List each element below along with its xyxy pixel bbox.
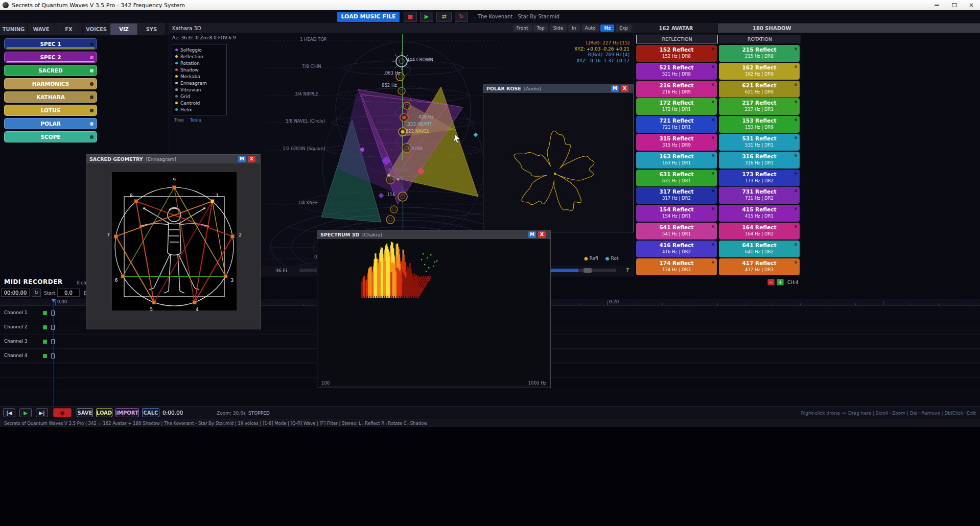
loop-icon-button[interactable]: ↻ [455, 12, 468, 22]
channel-label: Channel 4 [4, 353, 28, 358]
view-button-side[interactable]: Side [550, 25, 567, 32]
view-button-top[interactable]: Top [533, 25, 548, 32]
legend-item-vitruvian[interactable]: Vitruvian [175, 86, 223, 93]
spectrum-3d-titlebar[interactable]: SPECTRUM 3D [Chakra] [317, 230, 550, 239]
freq-button-217[interactable]: 217 Reflect217 Hz | DR1 [719, 98, 800, 115]
freq-button-416[interactable]: 416 Reflect416 Hz | DR2 [636, 241, 717, 257]
tab-viz[interactable]: VIZ [110, 23, 138, 35]
app-icon [3, 2, 9, 8]
record-arm-indicator[interactable] [43, 311, 47, 315]
record-arm-indicator[interactable] [43, 325, 47, 329]
freq-button-641[interactable]: 641 Reflect641 Hz | DR2 [719, 241, 800, 257]
minimize-window-button[interactable]: M [238, 156, 246, 162]
freq-button-215[interactable]: 215 Reflect215 Hz | DR8 [719, 45, 800, 62]
freq-detail: 153 Hz | DR9 [719, 124, 800, 130]
minimize-button[interactable] [928, 0, 945, 10]
sidebar-button-kathara[interactable]: KATHARA [4, 91, 97, 103]
sidebar-button-label: SPEC 1 [40, 41, 61, 47]
record-arm-indicator[interactable] [43, 340, 47, 344]
stop-button[interactable]: ■ [404, 12, 417, 22]
sacred-geometry-titlebar[interactable]: SACRED GEOMETRY [Enneagram] [86, 155, 260, 163]
close-window-button[interactable]: X [621, 85, 628, 92]
sidebar-button-spec-2[interactable]: SPEC 2 [4, 52, 97, 63]
sidebar-button-spec-1[interactable]: SPEC 1 [4, 38, 97, 50]
load-button[interactable]: LOAD [96, 408, 112, 417]
link-tree[interactable]: Tree [174, 117, 184, 123]
freq-button-152[interactable]: 152 Reflect152 Hz | DR8 [636, 45, 717, 62]
tab-tuning[interactable]: TUNING [0, 23, 28, 35]
maximize-button[interactable] [945, 0, 963, 10]
view-button-in[interactable]: In [568, 25, 579, 32]
freq-button-317[interactable]: 317 Reflect317 Hz | DR2 [636, 187, 717, 204]
freq-button-163[interactable]: 163 Reflect163 Hz | DR1 [636, 152, 717, 169]
freq-label: 174 Reflect [636, 259, 717, 267]
sidebar-button-harmonics[interactable]: HARMONICS [4, 78, 97, 89]
record-button[interactable]: ● [53, 408, 72, 417]
import-button[interactable]: IMPORT [115, 408, 139, 417]
load-music-file-button[interactable]: LOAD MUSIC FILE [337, 12, 400, 22]
freq-button-315[interactable]: 315 Reflect315 Hz | DR9 [636, 134, 717, 151]
freq-button-172[interactable]: 172 Reflect172 Hz | DR1 [636, 98, 717, 115]
freq-button-154[interactable]: 154 Reflect154 Hz | DR1 [636, 205, 717, 222]
save-button[interactable]: SAVE [77, 408, 93, 417]
legend-item-solfeggio[interactable]: Solfeggio [175, 46, 223, 53]
sidebar-button-sacred[interactable]: SACRED [4, 65, 97, 76]
tab-wave[interactable]: WAVE [28, 23, 55, 35]
freq-label: 215 Reflect [719, 46, 800, 53]
legend-item-grid[interactable]: Grid [175, 93, 223, 100]
freq-button-541[interactable]: 541 Reflect541 Hz | DR1 [636, 223, 717, 240]
legend-item-helix[interactable]: Helix [175, 106, 223, 113]
view-button-exp[interactable]: Exp [616, 25, 632, 32]
legend-item-reflection[interactable]: Reflection [175, 53, 223, 60]
freq-button-621[interactable]: 621 Reflect621 Hz | DR9 [719, 81, 800, 98]
tab-voices[interactable]: VOICES [83, 23, 110, 35]
close-window-button[interactable]: X [248, 156, 255, 162]
freq-label: 415 Reflect [719, 206, 800, 213]
freq-button-153[interactable]: 153 Reflect153 Hz | DR9 [719, 116, 800, 133]
view-button-front[interactable]: Front [513, 25, 532, 32]
minimize-window-button[interactable]: M [528, 231, 536, 238]
legend-item-merkaba[interactable]: Merkaba [175, 73, 223, 80]
calc-button[interactable]: CALC [142, 408, 159, 417]
view-button-hz[interactable]: Hz [600, 25, 614, 32]
tab-fx[interactable]: FX [55, 23, 83, 35]
minimize-window-button[interactable]: M [611, 85, 619, 92]
playhead-handle[interactable] [51, 299, 56, 302]
minimize-icon [935, 5, 939, 6]
legend-item-centroid[interactable]: Centroid [175, 100, 223, 106]
freq-button-162[interactable]: 162 Reflect162 Hz | DR9 [719, 63, 800, 80]
skip-forward-button[interactable]: ▶| [36, 408, 48, 417]
transport-play-button[interactable]: ▶ [19, 408, 32, 417]
close-window-button[interactable]: X [538, 231, 546, 238]
sidebar-button-polar[interactable]: POLAR [4, 118, 97, 129]
tab-sys[interactable]: SYS [138, 23, 166, 35]
freq-button-731[interactable]: 731 Reflect731 Hz | DR2 [719, 187, 800, 204]
legend-item-rotation[interactable]: Rotation [175, 60, 223, 66]
close-button[interactable]: × [963, 0, 980, 10]
freq-button-316[interactable]: 316 Reflect316 Hz | DR1 [719, 152, 800, 169]
freq-button-164[interactable]: 164 Reflect164 Hz | DR2 [719, 223, 800, 240]
freq-label: 172 Reflect [636, 99, 717, 106]
skip-back-button[interactable]: |◀ [3, 408, 15, 417]
freq-dot [712, 172, 714, 175]
freq-button-721[interactable]: 721 Reflect721 Hz | DR1 [636, 116, 717, 133]
legend-item-enneagram[interactable]: Enneagram [175, 80, 223, 86]
freq-button-531[interactable]: 531 Reflect531 Hz | DR1 [719, 134, 800, 151]
freq-button-174[interactable]: 174 Reflect174 Hz | DR3 [636, 258, 717, 275]
sidebar-button-scope[interactable]: SCOPE [4, 131, 97, 142]
freq-button-173[interactable]: 173 Reflect173 Hz | DR2 [719, 170, 800, 186]
legend-item-shadow[interactable]: Shadow [175, 66, 223, 73]
scrollbar-handle[interactable] [584, 268, 592, 273]
play-button[interactable]: ▶ [420, 12, 433, 22]
view-button-auto[interactable]: Auto [581, 25, 599, 32]
record-arm-indicator[interactable] [43, 354, 47, 358]
freq-button-521[interactable]: 521 Reflect521 Hz | DR8 [636, 63, 717, 80]
link-tesla[interactable]: Tesla [190, 117, 201, 123]
freq-button-417[interactable]: 417 Reflect417 Hz | DR3 [719, 258, 800, 275]
freq-button-216[interactable]: 216 Reflect216 Hz | DR9 [636, 81, 717, 98]
freq-button-631[interactable]: 631 Reflect631 Hz | DR1 [636, 170, 717, 186]
playhead-line [54, 299, 54, 407]
shuffle-icon-button[interactable]: ⇄ [436, 12, 452, 22]
sidebar-button-lotus[interactable]: LOTUS [4, 105, 97, 116]
freq-button-415[interactable]: 415 Reflect415 Hz | DR1 [719, 205, 800, 222]
